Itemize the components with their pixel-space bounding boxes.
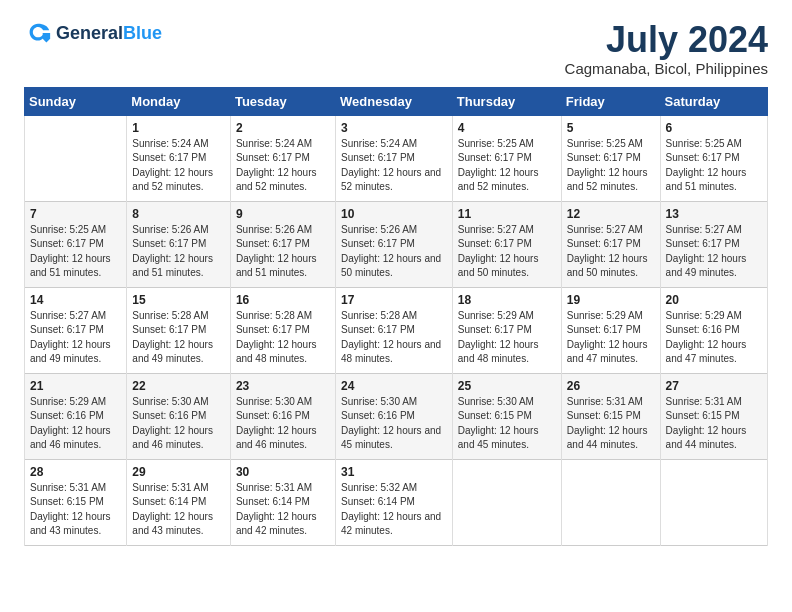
- day-cell: 5Sunrise: 5:25 AMSunset: 6:17 PMDaylight…: [561, 115, 660, 201]
- logo: GeneralBlue: [24, 20, 162, 48]
- day-info: Sunrise: 5:31 AMSunset: 6:15 PMDaylight:…: [30, 481, 121, 539]
- day-info: Sunrise: 5:24 AMSunset: 6:17 PMDaylight:…: [341, 137, 447, 195]
- day-cell: 28Sunrise: 5:31 AMSunset: 6:15 PMDayligh…: [25, 459, 127, 545]
- day-number: 4: [458, 121, 556, 135]
- day-info: Sunrise: 5:30 AMSunset: 6:15 PMDaylight:…: [458, 395, 556, 453]
- day-info: Sunrise: 5:28 AMSunset: 6:17 PMDaylight:…: [341, 309, 447, 367]
- day-info: Sunrise: 5:30 AMSunset: 6:16 PMDaylight:…: [341, 395, 447, 453]
- day-number: 9: [236, 207, 330, 221]
- header-cell-tuesday: Tuesday: [230, 87, 335, 115]
- day-info: Sunrise: 5:29 AMSunset: 6:16 PMDaylight:…: [30, 395, 121, 453]
- day-cell: 29Sunrise: 5:31 AMSunset: 6:14 PMDayligh…: [127, 459, 231, 545]
- day-number: 22: [132, 379, 225, 393]
- day-info: Sunrise: 5:25 AMSunset: 6:17 PMDaylight:…: [567, 137, 655, 195]
- day-number: 13: [666, 207, 762, 221]
- day-info: Sunrise: 5:31 AMSunset: 6:14 PMDaylight:…: [132, 481, 225, 539]
- day-info: Sunrise: 5:26 AMSunset: 6:17 PMDaylight:…: [341, 223, 447, 281]
- week-row-4: 21Sunrise: 5:29 AMSunset: 6:16 PMDayligh…: [25, 373, 768, 459]
- day-info: Sunrise: 5:32 AMSunset: 6:14 PMDaylight:…: [341, 481, 447, 539]
- day-info: Sunrise: 5:24 AMSunset: 6:17 PMDaylight:…: [236, 137, 330, 195]
- day-cell: 8Sunrise: 5:26 AMSunset: 6:17 PMDaylight…: [127, 201, 231, 287]
- day-number: 23: [236, 379, 330, 393]
- day-cell: [561, 459, 660, 545]
- month-title: July 2024: [565, 20, 768, 60]
- header-cell-monday: Monday: [127, 87, 231, 115]
- header-row: SundayMondayTuesdayWednesdayThursdayFrid…: [25, 87, 768, 115]
- day-info: Sunrise: 5:26 AMSunset: 6:17 PMDaylight:…: [236, 223, 330, 281]
- day-number: 26: [567, 379, 655, 393]
- week-row-5: 28Sunrise: 5:31 AMSunset: 6:15 PMDayligh…: [25, 459, 768, 545]
- day-cell: 6Sunrise: 5:25 AMSunset: 6:17 PMDaylight…: [660, 115, 767, 201]
- day-number: 21: [30, 379, 121, 393]
- day-cell: 27Sunrise: 5:31 AMSunset: 6:15 PMDayligh…: [660, 373, 767, 459]
- logo-text: GeneralBlue: [56, 24, 162, 44]
- day-cell: 23Sunrise: 5:30 AMSunset: 6:16 PMDayligh…: [230, 373, 335, 459]
- day-number: 16: [236, 293, 330, 307]
- week-row-1: 1Sunrise: 5:24 AMSunset: 6:17 PMDaylight…: [25, 115, 768, 201]
- day-number: 20: [666, 293, 762, 307]
- day-cell: 17Sunrise: 5:28 AMSunset: 6:17 PMDayligh…: [336, 287, 453, 373]
- location: Cagmanaba, Bicol, Philippines: [565, 60, 768, 77]
- calendar-table: SundayMondayTuesdayWednesdayThursdayFrid…: [24, 87, 768, 546]
- day-info: Sunrise: 5:31 AMSunset: 6:14 PMDaylight:…: [236, 481, 330, 539]
- day-info: Sunrise: 5:25 AMSunset: 6:17 PMDaylight:…: [30, 223, 121, 281]
- day-cell: 13Sunrise: 5:27 AMSunset: 6:17 PMDayligh…: [660, 201, 767, 287]
- day-cell: 20Sunrise: 5:29 AMSunset: 6:16 PMDayligh…: [660, 287, 767, 373]
- day-cell: 12Sunrise: 5:27 AMSunset: 6:17 PMDayligh…: [561, 201, 660, 287]
- header-cell-saturday: Saturday: [660, 87, 767, 115]
- day-number: 11: [458, 207, 556, 221]
- day-number: 3: [341, 121, 447, 135]
- day-info: Sunrise: 5:31 AMSunset: 6:15 PMDaylight:…: [666, 395, 762, 453]
- day-number: 28: [30, 465, 121, 479]
- day-number: 17: [341, 293, 447, 307]
- day-cell: 31Sunrise: 5:32 AMSunset: 6:14 PMDayligh…: [336, 459, 453, 545]
- day-number: 25: [458, 379, 556, 393]
- day-cell: 24Sunrise: 5:30 AMSunset: 6:16 PMDayligh…: [336, 373, 453, 459]
- day-cell: 4Sunrise: 5:25 AMSunset: 6:17 PMDaylight…: [452, 115, 561, 201]
- day-info: Sunrise: 5:30 AMSunset: 6:16 PMDaylight:…: [236, 395, 330, 453]
- day-cell: 11Sunrise: 5:27 AMSunset: 6:17 PMDayligh…: [452, 201, 561, 287]
- day-number: 7: [30, 207, 121, 221]
- day-number: 31: [341, 465, 447, 479]
- day-cell: 22Sunrise: 5:30 AMSunset: 6:16 PMDayligh…: [127, 373, 231, 459]
- day-cell: 10Sunrise: 5:26 AMSunset: 6:17 PMDayligh…: [336, 201, 453, 287]
- day-cell: 7Sunrise: 5:25 AMSunset: 6:17 PMDaylight…: [25, 201, 127, 287]
- day-number: 14: [30, 293, 121, 307]
- day-info: Sunrise: 5:25 AMSunset: 6:17 PMDaylight:…: [666, 137, 762, 195]
- day-info: Sunrise: 5:28 AMSunset: 6:17 PMDaylight:…: [236, 309, 330, 367]
- day-number: 30: [236, 465, 330, 479]
- day-number: 6: [666, 121, 762, 135]
- day-cell: 18Sunrise: 5:29 AMSunset: 6:17 PMDayligh…: [452, 287, 561, 373]
- day-cell: 9Sunrise: 5:26 AMSunset: 6:17 PMDaylight…: [230, 201, 335, 287]
- day-number: 15: [132, 293, 225, 307]
- day-info: Sunrise: 5:28 AMSunset: 6:17 PMDaylight:…: [132, 309, 225, 367]
- day-info: Sunrise: 5:29 AMSunset: 6:17 PMDaylight:…: [567, 309, 655, 367]
- day-info: Sunrise: 5:29 AMSunset: 6:16 PMDaylight:…: [666, 309, 762, 367]
- day-info: Sunrise: 5:26 AMSunset: 6:17 PMDaylight:…: [132, 223, 225, 281]
- title-block: July 2024 Cagmanaba, Bicol, Philippines: [565, 20, 768, 77]
- day-cell: [25, 115, 127, 201]
- day-cell: 21Sunrise: 5:29 AMSunset: 6:16 PMDayligh…: [25, 373, 127, 459]
- day-info: Sunrise: 5:27 AMSunset: 6:17 PMDaylight:…: [567, 223, 655, 281]
- week-row-2: 7Sunrise: 5:25 AMSunset: 6:17 PMDaylight…: [25, 201, 768, 287]
- day-info: Sunrise: 5:25 AMSunset: 6:17 PMDaylight:…: [458, 137, 556, 195]
- day-number: 24: [341, 379, 447, 393]
- day-info: Sunrise: 5:24 AMSunset: 6:17 PMDaylight:…: [132, 137, 225, 195]
- day-cell: 3Sunrise: 5:24 AMSunset: 6:17 PMDaylight…: [336, 115, 453, 201]
- day-number: 27: [666, 379, 762, 393]
- header-cell-friday: Friday: [561, 87, 660, 115]
- week-row-3: 14Sunrise: 5:27 AMSunset: 6:17 PMDayligh…: [25, 287, 768, 373]
- day-number: 18: [458, 293, 556, 307]
- day-info: Sunrise: 5:31 AMSunset: 6:15 PMDaylight:…: [567, 395, 655, 453]
- day-cell: 30Sunrise: 5:31 AMSunset: 6:14 PMDayligh…: [230, 459, 335, 545]
- header-cell-sunday: Sunday: [25, 87, 127, 115]
- day-number: 1: [132, 121, 225, 135]
- header-cell-wednesday: Wednesday: [336, 87, 453, 115]
- day-cell: 15Sunrise: 5:28 AMSunset: 6:17 PMDayligh…: [127, 287, 231, 373]
- header: GeneralBlue July 2024 Cagmanaba, Bicol, …: [24, 20, 768, 77]
- day-info: Sunrise: 5:30 AMSunset: 6:16 PMDaylight:…: [132, 395, 225, 453]
- day-info: Sunrise: 5:27 AMSunset: 6:17 PMDaylight:…: [666, 223, 762, 281]
- day-info: Sunrise: 5:27 AMSunset: 6:17 PMDaylight:…: [458, 223, 556, 281]
- day-cell: 26Sunrise: 5:31 AMSunset: 6:15 PMDayligh…: [561, 373, 660, 459]
- day-cell: 2Sunrise: 5:24 AMSunset: 6:17 PMDaylight…: [230, 115, 335, 201]
